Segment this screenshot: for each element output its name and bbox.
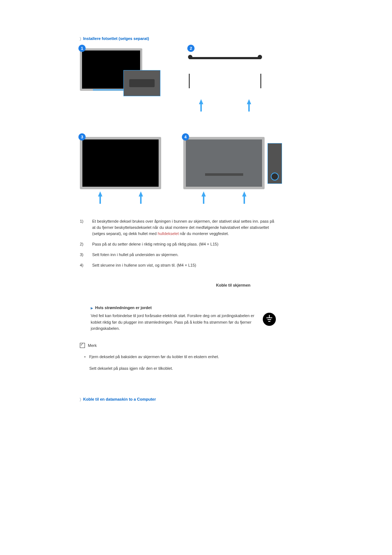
arrows-under-4 <box>183 191 265 204</box>
badge-1: 1 <box>78 45 86 52</box>
heading-connect-text: Koble til en datamaskin to a Computer <box>83 397 156 401</box>
note-label: Merk <box>88 343 97 348</box>
step-4: 4) Sett skruene inn i hullene som vist, … <box>80 262 276 268</box>
arrow-up-icon <box>199 99 203 112</box>
diagram-row-2: 3 4 <box>80 137 276 204</box>
hole-cover-link[interactable]: hulldekselet <box>158 231 179 236</box>
note-row: Merk <box>80 343 276 348</box>
step-1-post: når du monterer veggfestet. <box>179 231 229 236</box>
pins-row <box>189 74 261 88</box>
checkbox-icon <box>80 343 85 348</box>
step-2: 2) Pass på at du setter delene i riktig … <box>80 241 276 247</box>
heading-power-text: Hvis strømledningen er jordet <box>95 305 152 310</box>
step-3-body: Sett foten inn i hullet på undersiden av… <box>92 252 276 258</box>
step-4-num: 4) <box>80 262 87 268</box>
arrow-up-icon <box>247 99 251 112</box>
note-bullet-text: Fjern dekselet på baksiden av skjermen f… <box>89 354 219 360</box>
arrows-row <box>189 99 261 112</box>
bullet-icon <box>84 354 86 360</box>
monitor-rear-icon <box>183 137 265 189</box>
zoom-screwhole-icon <box>268 143 282 184</box>
badge-3: 3 <box>78 133 86 141</box>
step-1-num: 1) <box>80 218 87 237</box>
heading-power-grounded: ▶Hvis strømledningen er jordet <box>91 305 276 310</box>
triangle-icon: ▶ <box>91 307 93 310</box>
heading-text: Installere fotsettet (selges separat) <box>83 36 149 41</box>
pin-icon <box>189 74 190 88</box>
monitor-front-large-icon <box>80 137 161 189</box>
chevron-icon: 〉 <box>80 397 81 401</box>
step-2-num: 2) <box>80 241 87 247</box>
arrow-up-icon <box>201 191 206 204</box>
diagram-4: 4 <box>183 137 276 204</box>
arrow-up-icon <box>98 191 102 204</box>
subheading-connect-monitor: Koble til skjermen <box>80 283 276 287</box>
arrows-under-3 <box>80 191 161 204</box>
stand-rail-icon <box>189 57 261 59</box>
step-4-body: Sett skruene inn i hullene som vist, og … <box>92 262 276 268</box>
zoom-slot-icon <box>123 70 160 96</box>
heading-install-stand: 〉Installere fotsettet (selges separat) <box>80 36 276 41</box>
badge-2: 2 <box>187 45 195 52</box>
heading-connect-computer: 〉Koble til en datamaskin to a Computer <box>80 397 276 402</box>
diagram-row-1: 1 2 <box>80 48 276 122</box>
pin-icon <box>260 74 261 88</box>
note-line: Sett dekselet på plass igjen når den er … <box>89 365 276 372</box>
step-1-body: Et beskyttende deksel brukes over åpning… <box>92 218 276 237</box>
note-bullet: Fjern dekselet på baksiden av skjermen f… <box>84 354 276 360</box>
badge-2-text: 2 <box>190 46 192 50</box>
step-1: 1) Et beskyttende deksel brukes over åpn… <box>80 218 276 237</box>
steps-list: 1) Et beskyttende deksel brukes over åpn… <box>80 218 276 268</box>
step-2-body: Pass på at du setter delene i riktig ret… <box>92 241 276 247</box>
diagram-1: 1 <box>80 48 174 110</box>
badge-3-text: 3 <box>81 135 83 139</box>
chevron-icon: 〉 <box>80 37 81 41</box>
power-block: Ved feil kan forbindelse til jord forårs… <box>91 313 276 332</box>
badge-4: 4 <box>182 133 189 141</box>
badge-1-text: 1 <box>81 46 83 50</box>
step-3: 3) Sett foten inn i hullet på undersiden… <box>80 252 276 258</box>
arrow-up-icon <box>242 191 246 204</box>
step-3-num: 3) <box>80 252 87 258</box>
diagram-2: 2 <box>189 48 269 122</box>
power-text: Ved feil kan forbindelse til jord forårs… <box>91 313 260 332</box>
diagram-3: 3 <box>80 137 169 204</box>
arrow-up-icon <box>139 191 143 204</box>
badge-4-text: 4 <box>184 135 187 139</box>
ground-icon <box>263 313 276 326</box>
